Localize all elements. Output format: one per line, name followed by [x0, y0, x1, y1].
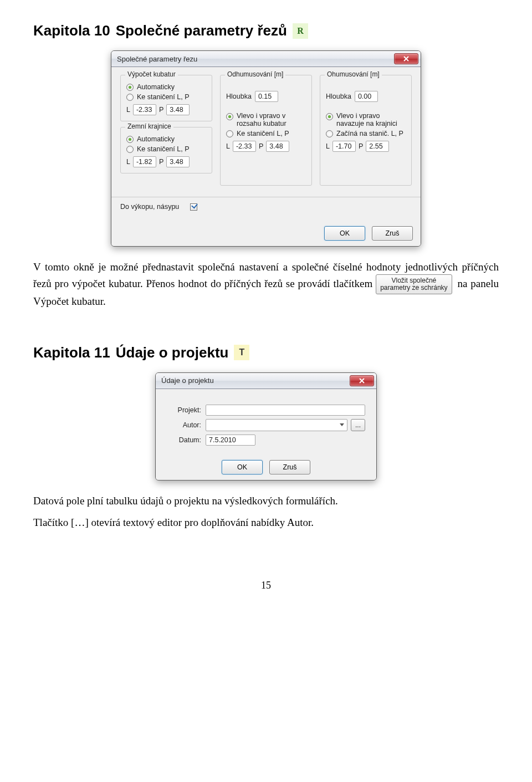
radio-krajnice-auto[interactable]: Automaticky — [126, 135, 206, 143]
badge-r-icon: R — [293, 23, 308, 39]
radio-icon — [126, 146, 134, 153]
radio-label: Začíná na stanič. L, P — [336, 130, 403, 137]
dialog2-title: Údaje o projektu — [161, 376, 350, 385]
radio-icon — [126, 136, 134, 143]
label-datum: Datum: — [167, 436, 206, 444]
lp-P-label: P — [159, 106, 163, 114]
krajnice-L-input[interactable]: -1.82 — [133, 156, 156, 167]
cancel-button[interactable]: Zruš — [372, 226, 413, 241]
chapter10-prefix: Kapitola 10 — [33, 22, 110, 39]
radio-icon — [126, 94, 134, 101]
chevron-down-icon — [340, 423, 344, 426]
ok-button[interactable]: OK — [222, 460, 263, 474]
page-number: 15 — [33, 580, 499, 591]
radio-label: Ke staničení L, P — [237, 130, 289, 137]
group-odhumusovani: Odhumusování [m] Hloubka 0.15 Vlevo i vp… — [220, 75, 312, 186]
chapter11-prefix: Kapitola 11 — [33, 344, 110, 361]
radio-label: Ke staničení L, P — [137, 145, 190, 153]
close-icon[interactable] — [394, 53, 418, 64]
input-projekt[interactable] — [206, 405, 365, 416]
dialog-spolecne-parametry: Společné parametry řezu Výpočet kubatur … — [111, 50, 421, 247]
lp-P-label: P — [359, 142, 363, 150]
dialog1-titlebar[interactable]: Společné parametry řezu — [111, 51, 421, 67]
group-vypocet-kubatur: Výpočet kubatur Automaticky Ke staničení… — [120, 75, 212, 121]
combo-autor[interactable] — [206, 419, 347, 431]
checkbox-icon[interactable] — [190, 203, 197, 211]
group-title-krajnice: Zemní krajnice — [125, 122, 173, 130]
ohum-hloubka-label: Hloubka — [326, 93, 351, 100]
lp-P-label: P — [159, 158, 163, 166]
dovykopu-label: Do výkopu, násypu — [120, 203, 179, 211]
dots-button[interactable]: ... — [351, 419, 365, 431]
lp-L-label: L — [326, 142, 330, 150]
odhum-P-input[interactable]: 3.48 — [266, 141, 289, 152]
dialog2-button-bar: OK Zruš — [156, 454, 376, 480]
chapter11-title: Údaje o projektu — [116, 344, 229, 361]
dialog-udaje-o-projektu: Údaje o projektu Projekt: Autor: ... Dat… — [155, 372, 377, 481]
radio-odhum-stanic[interactable]: Ke staničení L, P — [226, 130, 306, 137]
radio-krajnice-stanic[interactable]: Ke staničení L, P — [126, 145, 206, 153]
radio-icon — [226, 130, 233, 137]
radio-label: Vlevo i vpravo navazuje na krajnici — [336, 112, 406, 127]
radio-odhum-rozsah[interactable]: Vlevo i vpravo v rozsahu kubatur — [226, 112, 306, 127]
paragraph-ch11-1: Datová pole plní tabulku údajů o projekt… — [33, 494, 499, 508]
radio-ohum-krajnice[interactable]: Vlevo i vpravo navazuje na krajnici — [326, 112, 406, 127]
radio-vypocet-stanic[interactable]: Ke staničení L, P — [126, 93, 206, 101]
lp-L-label: L — [126, 106, 130, 114]
lp-L-label: L — [126, 158, 130, 166]
radio-label: Automaticky — [137, 83, 175, 91]
ok-button[interactable]: OK — [324, 226, 365, 241]
group-ohumusovani: Ohumusování [m] Hloubka 0.00 Vlevo i vpr… — [320, 75, 412, 186]
vypocet-P-input[interactable]: 3.48 — [166, 104, 190, 115]
radio-icon — [126, 84, 134, 91]
odhum-hloubka-input[interactable]: 0.15 — [255, 91, 278, 102]
label-projekt: Projekt: — [167, 406, 206, 414]
close-icon[interactable] — [350, 375, 374, 386]
radio-icon — [226, 113, 233, 120]
badge-t-icon: T — [234, 345, 249, 360]
paragraph-ch10: V tomto okně je možné přednastavit spole… — [33, 260, 499, 309]
chapter10-heading: Kapitola 10 Společné parametry řezů R — [33, 22, 499, 39]
odhum-L-input[interactable]: -2.33 — [233, 141, 256, 152]
inline-vlozit-button[interactable]: Vložit společné parametry ze schránky — [376, 274, 452, 294]
ohum-L-input[interactable]: -1.70 — [332, 141, 356, 152]
odhum-hloubka-label: Hloubka — [226, 93, 252, 100]
vypocet-L-input[interactable]: -2.33 — [133, 104, 156, 115]
chapter10-title: Společné parametry řezů — [116, 22, 287, 39]
radio-label: Ke staničení L, P — [137, 93, 190, 101]
lp-L-label: L — [226, 142, 230, 150]
group-title-ohum: Ohumusování [m] — [325, 70, 382, 78]
radio-ohum-stanic[interactable]: Začíná na stanič. L, P — [326, 130, 406, 137]
group-title-odhum: Odhumusování [m] — [225, 70, 285, 78]
checkbox-dovykopu-row[interactable]: Do výkopu, násypu — [120, 203, 412, 211]
dialog1-button-bar: OK Zruš — [111, 221, 421, 246]
krajnice-P-input[interactable]: 3.48 — [166, 156, 190, 167]
cancel-button[interactable]: Zruš — [269, 460, 310, 474]
radio-icon — [326, 130, 333, 137]
radio-icon — [326, 113, 333, 120]
ohum-P-input[interactable]: 2.55 — [366, 141, 389, 152]
label-autor: Autor: — [167, 421, 206, 429]
lp-P-label: P — [259, 142, 263, 150]
ohum-hloubka-input[interactable]: 0.00 — [355, 91, 378, 102]
chapter11-heading: Kapitola 11 Údaje o projektu T — [33, 344, 499, 361]
radio-vypocet-auto[interactable]: Automaticky — [126, 83, 206, 91]
radio-label: Automaticky — [137, 135, 175, 143]
paragraph-ch11-2: Tlačítko […] otevírá textový editor pro … — [33, 515, 499, 530]
input-datum[interactable]: 7.5.2010 — [206, 435, 255, 446]
radio-label: Vlevo i vpravo v rozsahu kubatur — [237, 112, 303, 127]
group-title-vypocet: Výpočet kubatur — [125, 70, 178, 78]
dialog1-title: Společné parametry řezu — [117, 55, 394, 63]
dialog2-titlebar[interactable]: Údaje o projektu — [156, 373, 376, 389]
group-zemni-krajnice: Zemní krajnice Automaticky Ke staničení … — [120, 127, 212, 173]
